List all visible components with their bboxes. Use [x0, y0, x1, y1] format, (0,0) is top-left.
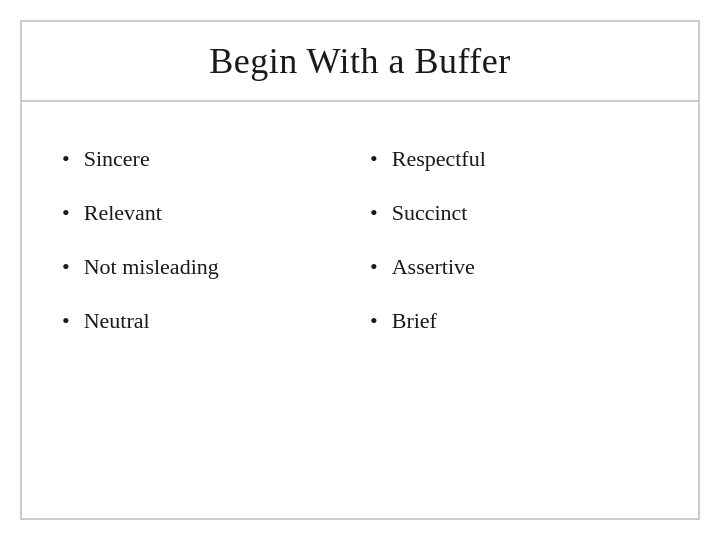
item-text: Assertive	[392, 254, 475, 280]
item-text: Sincere	[84, 146, 150, 172]
list-item: • Not misleading	[52, 240, 360, 294]
item-text: Not misleading	[84, 254, 219, 280]
list-item: • Brief	[360, 294, 668, 348]
list-item: • Respectful	[360, 132, 668, 186]
bullet-icon: •	[370, 254, 378, 280]
bullet-icon: •	[62, 200, 70, 226]
slide-title: Begin With a Buffer	[209, 40, 511, 82]
item-text: Neutral	[84, 308, 150, 334]
list-item: • Succinct	[360, 186, 668, 240]
item-text: Respectful	[392, 146, 486, 172]
list-item: • Neutral	[52, 294, 360, 348]
bullet-icon: •	[370, 146, 378, 172]
bullet-icon: •	[370, 200, 378, 226]
content-section: • Sincere • Relevant • Not misleading • …	[22, 102, 698, 518]
item-text: Relevant	[84, 200, 162, 226]
bullet-icon: •	[62, 254, 70, 280]
bullet-icon: •	[62, 146, 70, 172]
left-column: • Sincere • Relevant • Not misleading • …	[52, 122, 360, 498]
list-item: • Relevant	[52, 186, 360, 240]
bullet-icon: •	[62, 308, 70, 334]
item-text: Brief	[392, 308, 437, 334]
title-section: Begin With a Buffer	[22, 22, 698, 102]
list-item: • Sincere	[52, 132, 360, 186]
list-item: • Assertive	[360, 240, 668, 294]
item-text: Succinct	[392, 200, 468, 226]
bullet-icon: •	[370, 308, 378, 334]
slide-container: Begin With a Buffer • Sincere • Relevant…	[20, 20, 700, 520]
right-column: • Respectful • Succinct • Assertive • Br…	[360, 122, 668, 498]
